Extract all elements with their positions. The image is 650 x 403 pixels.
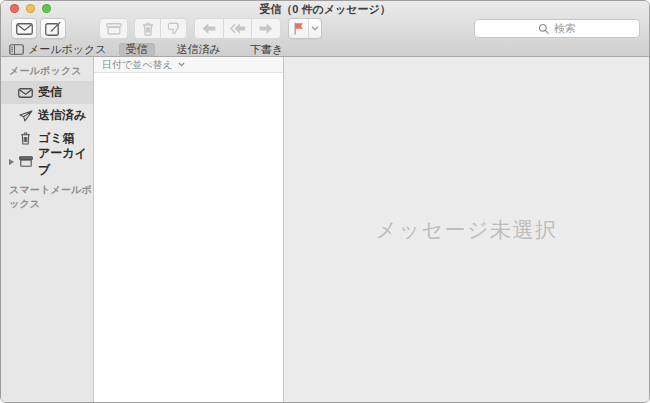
delete-junk-group [134,18,187,39]
title-bar[interactable]: 受信（0 件のメッセージ） [1,1,649,16]
sidebar-item-label: アーカイブ [38,145,93,179]
reply-all-arrow-icon [230,22,246,35]
toolbar: 検索 [1,16,649,42]
reply-all-button[interactable] [223,19,252,38]
reply-group [194,18,281,39]
forward-button[interactable] [251,19,280,38]
compose-icon [45,22,62,36]
flag-group [288,18,322,39]
envelope-icon [16,23,33,35]
sidebar-item-archive[interactable]: アーカイブ [1,150,93,173]
window-title: 受信（0 件のメッセージ） [1,1,649,17]
sidebar-toggle-icon [9,44,24,55]
get-mail-button[interactable] [11,18,37,39]
compose-button[interactable] [40,18,66,39]
mailboxes-toggle-label: メールボックス [28,42,107,57]
sidebar-section-mailboxes: メールボックス [1,60,93,81]
mailboxes-toggle-button[interactable]: メールボックス [9,42,107,57]
close-button[interactable] [10,4,19,13]
trash-icon [142,22,154,36]
message-viewer-pane: メッセージ未選択 [284,57,649,402]
inbox-envelope-icon [17,88,34,98]
flag-button[interactable] [289,19,308,38]
sidebar-item-label: 受信 [38,84,62,101]
forward-arrow-icon [258,22,274,35]
minimize-button[interactable] [26,4,35,13]
trash-icon [17,132,34,145]
zoom-button[interactable] [42,4,51,13]
paper-plane-icon [17,110,34,122]
archive-box-icon [106,23,122,35]
junk-button[interactable] [160,19,186,38]
disclosure-triangle-icon[interactable] [9,159,14,165]
message-list: 日付で並べ替え [94,57,284,402]
flag-icon [293,22,304,35]
search-icon [538,23,550,35]
sidebar-section-smart-mailboxes: スマートメールボックス [1,179,93,214]
reply-arrow-icon [201,22,217,35]
delete-button[interactable] [135,19,160,38]
favorites-tabs: 受信 送信済み 下書き [119,43,291,56]
window-chrome: 受信（0 件のメッセージ） [1,1,649,57]
no-message-selected-text: メッセージ未選択 [376,216,558,244]
favorites-tab-sent[interactable]: 送信済み [170,43,228,56]
mail-window: 受信（0 件のメッセージ） [0,0,650,403]
sidebar-item-sent[interactable]: 送信済み [1,104,93,127]
reply-button[interactable] [195,19,223,38]
thumbs-down-icon [167,22,181,35]
sort-by-date-button[interactable]: 日付で並べ替え [94,57,283,73]
favorites-tab-drafts[interactable]: 下書き [243,43,290,56]
favorites-bar: メールボックス 受信 送信済み 下書き [1,42,649,56]
archive-button[interactable] [99,18,128,39]
chevron-down-icon [178,62,185,67]
flag-menu-button[interactable] [308,19,321,38]
favorites-tab-inbox[interactable]: 受信 [119,43,155,56]
sidebar-item-inbox[interactable]: 受信 [1,81,93,104]
traffic-lights [10,4,51,13]
content-area: メールボックス 受信 送信済み [1,57,649,402]
search-input[interactable]: 検索 [474,19,640,38]
sort-label: 日付で並べ替え [102,58,173,72]
mailbox-sidebar: メールボックス 受信 送信済み [1,57,94,402]
archive-box-icon [17,156,34,167]
chevron-down-icon [311,26,319,31]
search-placeholder: 検索 [554,21,576,36]
sidebar-item-label: 送信済み [38,107,86,124]
